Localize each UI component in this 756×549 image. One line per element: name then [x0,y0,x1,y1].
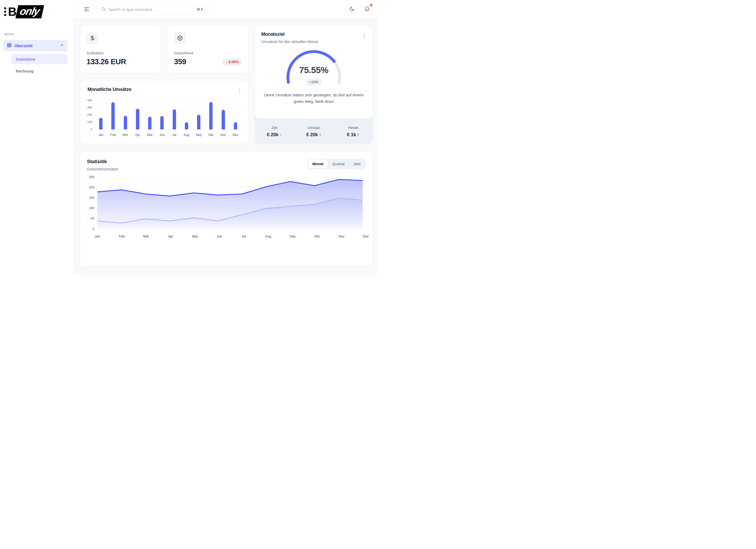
bar [205,100,217,129]
bar [119,100,132,129]
bar [144,100,156,129]
stat-label: Gutscheine [174,51,242,55]
bar [180,100,193,129]
dollar-icon [86,32,98,44]
tab-quartal[interactable]: Quartal [328,160,349,168]
sidebar-nav: Übersicht GutscheineRechnung [0,36,73,76]
tab-jahr[interactable]: Jahr [349,160,365,168]
arrow-up-icon: ↑ [357,132,359,137]
logo-dots-icon [4,7,6,16]
kebab-menu-icon[interactable] [362,32,366,40]
sidebar-subitem-gutscheine[interactable]: Gutscheine [11,54,68,64]
sidebar-item-label: Übersicht [14,44,60,48]
monatsziel-stats: Ziel € 20k↓ Umsatz € 20k↑ Heute € 1k↑ [255,119,373,144]
tab-monat[interactable]: Monat [308,160,328,168]
content: Guthaben 133.26 EUR Gutscheine 359 [74,19,378,267]
bar [168,100,180,129]
arrow-down-icon: ↓ [280,132,282,137]
package-icon [174,32,186,44]
gutscheine-card: Gutscheine 359 ↓ 9.05% [168,25,249,74]
moon-icon [349,6,355,12]
sidebar: B only MENU Übersicht GutscheineRechnung [0,0,74,275]
bar [229,100,242,129]
search-box[interactable]: ⌘ K [97,4,208,15]
logo-wordmark: only [16,5,44,18]
stat-heute: Heute € 1k↑ [333,126,373,138]
monthly-revenue-bar-chart: 0100200300400 JanFebMärAprMaiJunJulAugSe… [85,100,242,137]
monatsziel-description: Deine Umsätze haben sich gesteigert, du … [261,92,366,105]
dashboard-page: B only MENU Übersicht GutscheineRechnung [0,0,378,275]
bar [156,100,168,129]
notification-dot [370,4,373,6]
stat-label: Guthaben [86,51,155,55]
monthly-revenue-title: Monatliche Umsätze [88,87,131,92]
stat-value: 133.26 EUR [86,57,126,66]
logo-letter: B [8,6,16,18]
bar [95,100,107,129]
stat-umsatz: Umsatz € 20k↑ [294,126,333,138]
bar [107,100,119,129]
stat-ziel: Ziel € 20k↓ [255,126,294,138]
monthly-revenue-card: Monatliche Umsätze 0100200300400 JanFebM… [80,80,249,144]
kebab-menu-icon[interactable] [237,87,242,95]
sidebar-subitem-rechnung[interactable]: Rechnung [11,66,68,76]
monatsziel-subtitle: Umsatziel für den aktuellen Monat [261,40,318,44]
dark-mode-button[interactable] [346,4,358,15]
monatsziel-card: Monatsziel Umsatziel für den aktuellen M… [255,25,373,144]
monatsziel-title: Monatsziel [261,32,318,37]
gauge-percent: 75.55% [280,65,347,75]
monthly-goal-gauge: 75.55% +10% [280,49,347,88]
sidebar-toggle-button[interactable] [81,4,92,15]
stat-value: 359 [174,57,186,66]
sidebar-subitems: GutscheineRechnung [3,54,68,76]
statistik-card: Statisitik Gutscheinumsätze MonatQuartal… [80,152,373,267]
bell-icon [364,6,370,12]
chevron-up-icon [60,43,64,48]
menu-section-label: MENU [5,33,73,36]
shortcut-badge: ⌘ K [194,6,206,13]
bar [217,100,229,129]
search-icon [101,6,106,12]
gauge-delta-badge: +10% [306,78,322,85]
guthaben-card: Guthaben 133.26 EUR [80,25,161,74]
grid-icon [7,43,12,49]
sidebar-item-uebersicht[interactable]: Übersicht [3,40,68,51]
main-area: ⌘ K [74,0,378,275]
search-input[interactable] [108,7,194,12]
period-tabs: MonatQuartalJahr [307,159,366,169]
statistik-title: Statisitik [87,159,118,164]
statistik-subtitle: Gutscheinumsätze [87,167,118,171]
arrow-up-icon: ↑ [319,132,321,137]
topbar: ⌘ K [74,0,378,19]
bonly-logo[interactable]: B only [4,4,73,19]
bar [132,100,144,129]
bar [193,100,205,129]
notifications-button[interactable] [361,4,373,15]
trend-badge: ↓ 9.05% [222,58,242,66]
statistik-area-chart: 050100150200250 JanFebMärAprMaiJunJulAug… [87,177,366,240]
